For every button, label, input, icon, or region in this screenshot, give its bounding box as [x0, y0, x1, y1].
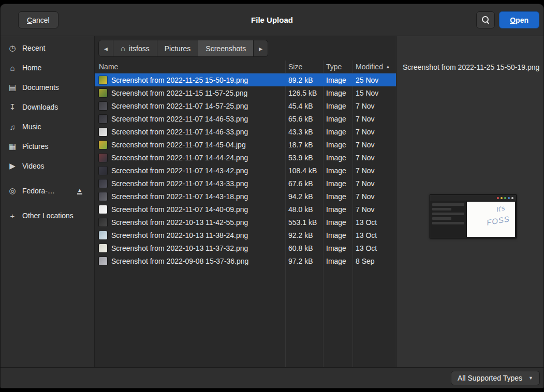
cancel-button[interactable]: Cancel [18, 11, 58, 28]
decorative-bar [432, 208, 451, 210]
file-name-cell: Screenshot from 2022-10-13 11-38-24.png [95, 231, 285, 239]
file-size: 18.7 kB [285, 141, 323, 149]
search-icon [482, 16, 490, 24]
sidebar-item-label: Fedora-… [22, 187, 55, 195]
file-thumbnail-icon [99, 205, 107, 214]
file-name-cell: Screenshot from 2022-11-07 14-43-33.png [95, 179, 285, 188]
sidebar-item[interactable]: ▦ Pictures [4, 138, 91, 155]
file-row[interactable]: Screenshot from 2022-09-08 15-37-36.png … [95, 254, 396, 267]
dialog-body: ◷ Recent ⌂ Home ▤ Documents ↧ Downloads [1, 36, 543, 367]
palette-dot-icon [497, 197, 499, 199]
file-row[interactable]: Screenshot from 2022-11-07 14-44-24.png … [95, 151, 396, 164]
file-list: Screenshot from 2022-11-25 15-50-19.png … [95, 73, 396, 367]
file-row[interactable]: Screenshot from 2022-11-07 14-40-09.png … [95, 203, 396, 216]
decorative-bar [432, 213, 464, 215]
sidebar-item[interactable]: ↧ Downloads [4, 98, 91, 116]
breadcrumb-item[interactable]: ⌂ itsfoss [113, 40, 157, 57]
file-name: Screenshot from 2022-11-07 14-46-33.png [111, 128, 248, 136]
sidebar-item[interactable]: ▤ Documents [4, 79, 91, 96]
file-name: Screenshot from 2022-11-07 14-57-25.png [111, 102, 248, 110]
file-thumbnail-icon [99, 192, 107, 201]
column-header-modified[interactable]: Modified ▲ [352, 63, 396, 71]
file-row[interactable]: Screenshot from 2022-11-07 14-57-25.png … [95, 99, 396, 112]
sidebar-item-icon: ♫ [8, 123, 17, 131]
bottom-bar: All Supported Types ▼ [1, 367, 543, 388]
file-row[interactable]: Screenshot from 2022-10-13 11-37-32.png … [95, 242, 396, 254]
sidebar-item[interactable]: ◷ Recent [4, 39, 91, 57]
file-type: Image [323, 231, 352, 239]
eject-button[interactable]: ▲ [72, 184, 87, 198]
sidebar-item-icon: ▤ [8, 83, 17, 92]
file-row[interactable]: Screenshot from 2022-11-07 14-43-42.png … [95, 164, 396, 177]
file-name-cell: Screenshot from 2022-11-07 14-45-04.jpg [95, 141, 285, 149]
file-name-cell: Screenshot from 2022-09-08 15-37-36.png [95, 257, 285, 265]
breadcrumb-label: Screenshots [205, 44, 246, 53]
sidebar-item-label: Recent [22, 44, 45, 52]
file-row[interactable]: Screenshot from 2022-10-13 11-42-55.png … [95, 216, 396, 229]
file-row[interactable]: Screenshot from 2022-11-07 14-43-18.png … [95, 190, 396, 203]
forward-button[interactable]: ▸ [254, 40, 268, 57]
file-row[interactable]: Screenshot from 2022-11-07 14-46-33.png … [95, 125, 396, 138]
sidebar-item-label: Pictures [22, 142, 49, 150]
file-name-cell: Screenshot from 2022-11-07 14-46-53.png [95, 115, 285, 123]
sidebar-item-icon: ◷ [8, 43, 17, 53]
sidebar-item[interactable]: ▶ Videos [4, 157, 91, 175]
file-row[interactable]: Screenshot from 2022-11-07 14-46-53.png … [95, 112, 396, 125]
sidebar-item-icon: ▶ [8, 161, 17, 171]
file-size: 48.0 kB [285, 205, 323, 214]
file-row[interactable]: Screenshot from 2022-11-25 15-50-19.png … [95, 73, 396, 86]
file-modified: 25 Nov [352, 76, 396, 84]
sidebar-item-icon: ↧ [8, 102, 17, 112]
file-type: Image [323, 218, 352, 227]
file-row[interactable]: Screenshot from 2022-11-07 14-43-33.png … [95, 177, 396, 190]
file-modified: 13 Oct [352, 231, 396, 239]
sidebar-item-label: Downloads [22, 103, 58, 111]
file-row[interactable]: Screenshot from 2022-11-15 11-57-25.png … [95, 86, 396, 99]
preview-thumbnail: It's FOSS [430, 194, 517, 238]
column-header-size[interactable]: Size [285, 63, 323, 71]
file-size: 67.6 kB [285, 179, 323, 188]
preview-thumb-body: It's FOSS [430, 201, 516, 238]
file-thumbnail-icon [99, 218, 107, 227]
open-button[interactable]: Open [499, 11, 539, 28]
sidebar-item-icon: ▦ [8, 142, 17, 151]
palette-dot-icon [501, 197, 503, 199]
file-row[interactable]: Screenshot from 2022-11-07 14-45-04.jpg … [95, 138, 396, 151]
file-type: Image [323, 141, 352, 149]
breadcrumb-item[interactable]: Pictures [157, 40, 199, 57]
sidebar-item-label: Home [22, 64, 41, 72]
file-size: 92.2 kB [285, 231, 323, 239]
file-name: Screenshot from 2022-10-13 11-42-55.png [111, 218, 248, 227]
file-thumbnail-icon [99, 167, 107, 175]
file-type: Image [323, 154, 352, 162]
file-name: Screenshot from 2022-11-07 14-43-33.png [111, 179, 248, 188]
file-row[interactable]: Screenshot from 2022-10-13 11-38-24.png … [95, 229, 396, 242]
sidebar-item[interactable]: ♫ Music [4, 118, 91, 135]
file-thumbnail-icon [99, 102, 107, 110]
file-modified: 15 Nov [352, 89, 396, 97]
column-header-name[interactable]: Name [95, 63, 285, 71]
file-thumbnail-icon [99, 76, 107, 84]
file-modified: 7 Nov [352, 192, 396, 201]
filter-label: All Supported Types [458, 374, 522, 382]
file-name: Screenshot from 2022-11-25 15-50-19.png [111, 76, 248, 84]
back-button[interactable]: ◂ [98, 40, 113, 57]
preview-filename: Screenshot from 2022-11-25 15-50-19.png [403, 63, 543, 71]
breadcrumb: ◂ ⌂ itsfoss Pictures [98, 40, 268, 57]
eject-icon: ▲ [77, 188, 82, 194]
file-name: Screenshot from 2022-10-13 11-38-24.png [111, 231, 248, 239]
sidebar-item[interactable]: + Other Locations [4, 207, 91, 224]
sidebar-item[interactable]: ◎ Fedora-… ▲ [4, 182, 91, 200]
file-name: Screenshot from 2022-11-07 14-43-18.png [111, 192, 248, 201]
file-name-cell: Screenshot from 2022-11-07 14-57-25.png [95, 102, 285, 110]
column-header-type[interactable]: Type [323, 63, 352, 71]
breadcrumb-item[interactable]: Screenshots [198, 40, 254, 57]
search-button[interactable] [476, 11, 495, 28]
file-name-cell: Screenshot from 2022-10-13 11-42-55.png [95, 218, 285, 227]
file-type: Image [323, 167, 352, 175]
sidebar-item[interactable]: ⌂ Home [4, 59, 91, 77]
main-area: ◂ ⌂ itsfoss Pictures [95, 36, 543, 367]
file-type-filter-dropdown[interactable]: All Supported Types ▼ [451, 371, 540, 385]
file-name: Screenshot from 2022-11-07 14-46-53.png [111, 115, 248, 123]
cancel-label: Cancel [27, 16, 50, 24]
